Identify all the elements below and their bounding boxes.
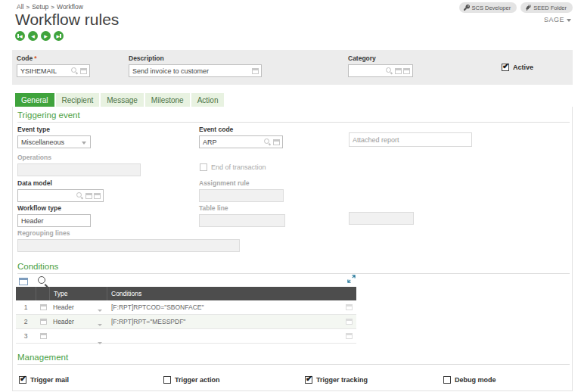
category-field[interactable] bbox=[348, 64, 413, 77]
description-value: Send invoice to customer bbox=[132, 67, 250, 75]
tab-general[interactable]: General bbox=[15, 93, 54, 107]
trigger-tracking-checkbox[interactable]: ✔ Trigger tracking bbox=[305, 376, 368, 384]
attached-report-field[interactable]: Attached report bbox=[349, 132, 472, 147]
table-row[interactable]: 1 Header [F:RPT]RPTCOD="SBONFACE" bbox=[16, 300, 356, 315]
scs-developer-button[interactable]: SCS Developer bbox=[459, 2, 517, 13]
operations-label: Operations bbox=[17, 154, 141, 161]
document-icon[interactable] bbox=[395, 68, 402, 74]
debug-mode-checkbox[interactable]: Debug mode bbox=[443, 376, 496, 384]
breadcrumb-separator: > bbox=[26, 4, 30, 11]
conditions-toolbar bbox=[17, 276, 48, 286]
row-lookup-icon[interactable] bbox=[346, 319, 353, 325]
pill-label: SCS Developer bbox=[472, 5, 511, 11]
expand-table-icon[interactable] bbox=[347, 272, 356, 286]
type-column-header: Type bbox=[49, 287, 107, 300]
code-field[interactable]: YSIHEMAIL bbox=[17, 64, 90, 77]
tab-recipient[interactable]: Recipient bbox=[56, 93, 100, 107]
section-divider bbox=[17, 364, 570, 365]
event-type-select[interactable]: Miscellaneous bbox=[17, 135, 91, 148]
row-lookup-icon[interactable] bbox=[346, 304, 353, 310]
page-title: Workflow rules bbox=[15, 11, 119, 29]
event-type-label: Event type bbox=[17, 126, 91, 133]
regrouping-lines-field bbox=[17, 239, 240, 252]
search-icon[interactable] bbox=[386, 67, 393, 75]
category-label: Category bbox=[348, 54, 413, 62]
key-icon bbox=[464, 5, 470, 11]
triggering-event-title: Triggering event bbox=[17, 110, 80, 120]
condition-cell[interactable]: [F:RPT]RPTCOD="SBONFACE" bbox=[107, 303, 340, 311]
row-number: 1 bbox=[16, 303, 36, 311]
code-value: YSIHEMAIL bbox=[20, 67, 71, 75]
conditions-table: Type Conditions 1 Header [F:RPT]RPTCOD="… bbox=[16, 287, 356, 344]
tab-bar: General Recipient Message Milestone Acti… bbox=[15, 93, 224, 107]
checkbox-box bbox=[443, 376, 451, 384]
breadcrumb-separator: > bbox=[51, 4, 54, 11]
trigger-action-label: Trigger action bbox=[175, 376, 220, 384]
lookup-icon[interactable] bbox=[273, 139, 280, 145]
document-icon[interactable] bbox=[85, 193, 92, 199]
type-cell[interactable]: Header bbox=[49, 303, 107, 311]
workflow-rules-page: All>Setup>Workflow SCS Developer SEED Fo… bbox=[0, 0, 581, 392]
checkbox-box: ✔ bbox=[502, 64, 509, 71]
event-code-field[interactable]: ARP bbox=[199, 135, 283, 148]
nav-previous-button[interactable]: ◀ bbox=[28, 31, 38, 41]
trigger-tracking-label: Trigger tracking bbox=[316, 376, 368, 384]
search-icon[interactable] bbox=[76, 192, 84, 200]
nav-previous-icon: ◀ bbox=[31, 33, 35, 38]
user-menu[interactable]: SAGE bbox=[544, 16, 571, 23]
table-line-field bbox=[199, 214, 285, 227]
trigger-action-checkbox[interactable]: Trigger action bbox=[163, 376, 220, 384]
nav-last-button[interactable]: ▶ bbox=[54, 31, 64, 41]
active-label: Active bbox=[513, 64, 533, 71]
chevron-down-icon bbox=[567, 19, 571, 22]
breadcrumb-all[interactable]: All bbox=[17, 3, 23, 11]
table-row[interactable]: 2 Header [F:RPT]RPT="MESSPDF" bbox=[16, 315, 356, 329]
trigger-mail-label: Trigger mail bbox=[30, 376, 69, 384]
checkbox-box bbox=[200, 163, 207, 171]
event-code-value: ARP bbox=[203, 138, 264, 146]
tab-milestone[interactable]: Milestone bbox=[145, 93, 190, 107]
debug-mode-label: Debug mode bbox=[455, 376, 496, 384]
row-detail-icon[interactable] bbox=[40, 304, 47, 310]
grid-view-icon[interactable] bbox=[19, 278, 28, 285]
seed-folder-button[interactable]: SEED Folder bbox=[520, 2, 573, 13]
breadcrumb: All>Setup>Workflow bbox=[17, 3, 83, 11]
description-field[interactable]: Send invoice to customer bbox=[129, 64, 262, 77]
nav-next-icon: ▶ bbox=[44, 33, 48, 38]
trigger-mail-checkbox[interactable]: ✔ Trigger mail bbox=[19, 376, 69, 384]
row-detail-icon[interactable] bbox=[40, 319, 47, 325]
lookup-icon[interactable] bbox=[252, 68, 259, 74]
lookup-icon[interactable] bbox=[80, 68, 87, 74]
search-icon[interactable] bbox=[71, 67, 79, 75]
workflow-type-field[interactable]: Header bbox=[17, 214, 91, 227]
nav-next-button[interactable]: ▶ bbox=[41, 31, 51, 41]
user-menu-label: SAGE bbox=[544, 16, 564, 23]
lookup-icon[interactable] bbox=[403, 68, 410, 74]
search-icon[interactable] bbox=[38, 276, 48, 286]
checkbox-box bbox=[163, 376, 171, 384]
conditions-column-header: Conditions bbox=[107, 287, 356, 300]
operations-field bbox=[17, 163, 141, 176]
active-checkbox[interactable]: ✔ Active bbox=[502, 64, 533, 71]
breadcrumb-setup[interactable]: Setup bbox=[32, 3, 48, 11]
regrouping-lines-label: Regrouping lines bbox=[17, 229, 240, 237]
table-row[interactable]: 3 bbox=[16, 329, 356, 344]
checkbox-box: ✔ bbox=[305, 376, 312, 384]
row-lookup-icon[interactable] bbox=[346, 333, 353, 339]
row-number: 2 bbox=[16, 318, 36, 325]
breadcrumb-workflow[interactable]: Workflow bbox=[57, 3, 83, 11]
conditions-table-header: Type Conditions bbox=[16, 287, 356, 300]
general-tab-panel: Triggering event Event type Miscellaneou… bbox=[12, 107, 573, 391]
nav-first-button[interactable]: ◀ bbox=[15, 31, 25, 41]
type-cell[interactable]: Header bbox=[49, 318, 107, 325]
workflow-type-value: Header bbox=[21, 217, 88, 225]
row-detail-icon[interactable] bbox=[40, 333, 47, 339]
record-navigation: ◀ ◀ ▶ ▶ bbox=[15, 31, 64, 41]
tab-message[interactable]: Message bbox=[101, 93, 144, 107]
search-icon[interactable] bbox=[264, 138, 272, 146]
tab-action[interactable]: Action bbox=[191, 93, 225, 107]
condition-cell[interactable]: [F:RPT]RPT="MESSPDF" bbox=[107, 318, 340, 325]
profile-pills: SCS Developer SEED Folder bbox=[459, 2, 573, 13]
lookup-icon[interactable] bbox=[94, 193, 101, 199]
data-model-field[interactable] bbox=[17, 189, 104, 202]
